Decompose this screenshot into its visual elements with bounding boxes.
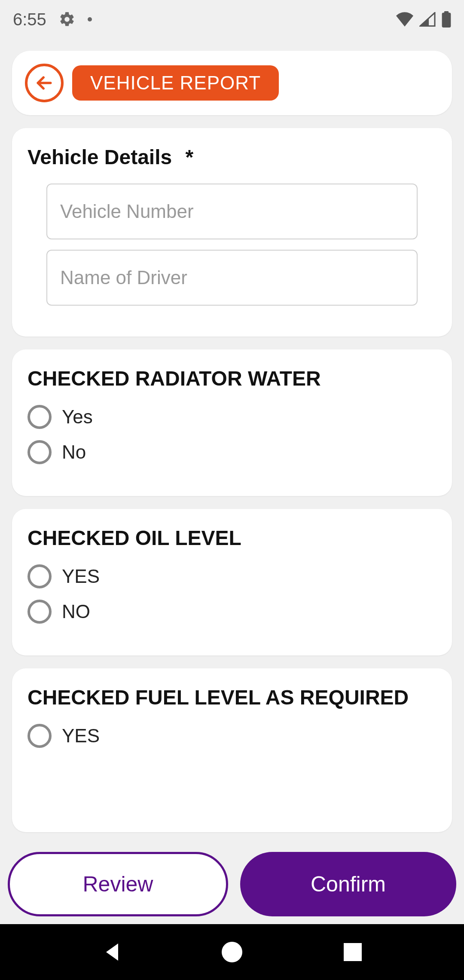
nav-recent-icon[interactable] bbox=[344, 943, 362, 961]
oil-no-row[interactable]: NO bbox=[27, 600, 437, 624]
footer-buttons: Review Confirm bbox=[0, 848, 464, 924]
required-star: * bbox=[186, 146, 194, 168]
content-area: VEHICLE REPORT Vehicle Details * CHECKED… bbox=[0, 39, 464, 924]
fuel-yes-label: YES bbox=[62, 725, 100, 747]
gear-icon bbox=[58, 11, 76, 28]
status-time: 6:55 bbox=[13, 10, 46, 29]
oil-no-label: NO bbox=[62, 601, 90, 622]
wifi-icon bbox=[396, 12, 413, 27]
radiator-no-label: No bbox=[62, 441, 86, 463]
radiator-yes-row[interactable]: Yes bbox=[27, 405, 437, 429]
radio-icon bbox=[27, 564, 52, 588]
svg-rect-0 bbox=[442, 12, 451, 28]
vehicle-details-title-text: Vehicle Details bbox=[27, 146, 172, 168]
oil-title: CHECKED OIL LEVEL bbox=[27, 526, 437, 550]
vehicle-details-title: Vehicle Details * bbox=[27, 145, 437, 169]
vehicle-number-input[interactable] bbox=[46, 184, 418, 239]
driver-name-input[interactable] bbox=[46, 250, 418, 306]
radiator-title: CHECKED RADIATOR WATER bbox=[27, 367, 437, 390]
nav-back-icon[interactable] bbox=[102, 942, 120, 962]
radio-icon bbox=[27, 600, 52, 624]
radiator-card: CHECKED RADIATOR WATER Yes No bbox=[12, 349, 452, 496]
page-title: VEHICLE REPORT bbox=[72, 65, 279, 101]
vehicle-details-card: Vehicle Details * bbox=[12, 128, 452, 337]
header-bar: VEHICLE REPORT bbox=[12, 51, 452, 115]
svg-rect-1 bbox=[444, 11, 449, 13]
fuel-title: CHECKED FUEL LEVEL AS REQUIRED bbox=[27, 686, 437, 709]
fuel-card: CHECKED FUEL LEVEL AS REQUIRED YES bbox=[12, 668, 452, 832]
radio-icon bbox=[27, 440, 52, 464]
signal-icon bbox=[419, 12, 436, 27]
back-button[interactable] bbox=[25, 64, 64, 102]
radiator-yes-label: Yes bbox=[62, 406, 93, 428]
status-bar: 6:55 bbox=[0, 0, 464, 39]
status-left: 6:55 bbox=[13, 10, 92, 29]
radio-icon bbox=[27, 724, 52, 748]
fuel-yes-row[interactable]: YES bbox=[27, 724, 437, 748]
status-right bbox=[396, 11, 451, 28]
confirm-button[interactable]: Confirm bbox=[240, 852, 456, 916]
battery-icon bbox=[442, 11, 451, 28]
oil-yes-row[interactable]: YES bbox=[27, 564, 437, 588]
radiator-no-row[interactable]: No bbox=[27, 440, 437, 464]
vehicle-input-group bbox=[27, 184, 437, 316]
oil-card: CHECKED OIL LEVEL YES NO bbox=[12, 509, 452, 655]
android-nav-bar bbox=[0, 924, 464, 980]
review-button[interactable]: Review bbox=[8, 852, 228, 916]
oil-yes-label: YES bbox=[62, 566, 100, 587]
nav-home-icon[interactable] bbox=[222, 942, 242, 962]
dot-icon bbox=[88, 17, 92, 21]
radio-icon bbox=[27, 405, 52, 429]
